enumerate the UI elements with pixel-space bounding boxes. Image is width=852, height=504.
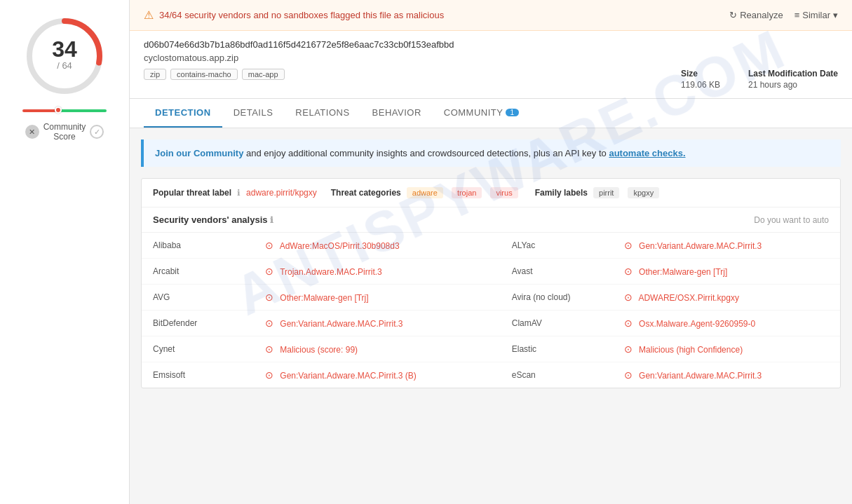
last-mod-label: Last Modification Date [748, 69, 838, 79]
popular-threat-section: Popular threat label ℹ adware.pirrit/kpg… [153, 188, 317, 198]
automate-checks-link[interactable]: automate checks. [609, 148, 685, 158]
detection-escan: ⊙ Gen:Variant.Adware.MAC.Pirrit.3 [613, 362, 840, 388]
detection-name: Gen:Variant.Adware.MAC.Pirrit.3 [280, 319, 403, 329]
join-community-link[interactable]: Join our Community [155, 148, 243, 158]
categories-label: Threat categories [331, 188, 401, 198]
similar-label: Similar [802, 10, 830, 20]
gauge-number: 34 [52, 38, 77, 60]
detection-name: Gen:Variant.Adware.MAC.Pirrit.3 [639, 241, 762, 251]
detection-clamav: ⊙ Osx.Malware.Agent-9260959-0 [613, 311, 840, 336]
table-row: BitDefender ⊙ Gen:Variant.Adware.MAC.Pir… [142, 311, 840, 336]
detection-cynet: ⊙ Malicious (score: 99) [254, 336, 501, 362]
tab-detection[interactable]: DETECTION [144, 99, 222, 128]
community-badge: 1 [506, 109, 518, 116]
tag-mac-app[interactable]: mac-app [242, 69, 285, 80]
detection-icon: ⊙ [624, 318, 633, 329]
detection-name: Gen:Variant.Adware.MAC.Pirrit.3 [639, 371, 762, 381]
detection-icon: ⊙ [624, 266, 633, 277]
detection-name: ADWARE/OSX.Pirrit.kpgxy [638, 293, 739, 303]
detection-icon: ⊙ [265, 369, 273, 381]
score-bar [22, 109, 107, 112]
vote-up-icon[interactable]: ✓ [90, 125, 104, 139]
sidebar: 34 / 64 ✕ CommunityScore ✓ [0, 0, 130, 504]
detection-icon: ⊙ [624, 240, 633, 251]
detection-arcabit: ⊙ Trojan.Adware.MAC.Pirrit.3 [254, 259, 501, 285]
last-mod-meta: Last Modification Date 21 hours ago [748, 69, 838, 90]
vendor-bitdefender: BitDefender [142, 311, 254, 336]
analysis-header: Security vendors' analysis ℹ Do you want… [142, 207, 840, 233]
reanalyze-button[interactable]: ↻ Reanalyze [729, 10, 783, 20]
similar-button[interactable]: ≡ Similar ▾ [794, 10, 838, 20]
family-kpgxy[interactable]: kpgxy [628, 187, 659, 198]
community-join-banner: Join our Community and enjoy additional … [141, 139, 841, 167]
tag-zip[interactable]: zip [144, 69, 166, 80]
main-content: ⚠ 34/64 security vendors and no sandboxe… [130, 0, 852, 504]
score-bar-thumb [55, 107, 62, 114]
detection-name: Gen:Variant.Adware.MAC.Pirrit.3 (B) [280, 371, 417, 381]
similar-icon: ≡ [794, 10, 800, 20]
category-adware[interactable]: adware [407, 187, 443, 198]
table-row: Arcabit ⊙ Trojan.Adware.MAC.Pirrit.3 Ava… [142, 259, 840, 285]
table-row: AVG ⊙ Other:Malware-gen [Trj] Avira (no … [142, 285, 840, 311]
vendor-clamav: ClamAV [501, 311, 613, 336]
vendor-avg: AVG [142, 285, 254, 311]
detection-name: Trojan.Adware.MAC.Pirrit.3 [280, 267, 382, 277]
gauge-text: 34 / 64 [52, 38, 77, 71]
detection-elastic: ⊙ Malicious (high Confidence) [613, 336, 840, 362]
warning-icon: ⚠ [144, 8, 154, 22]
gauge-container: 34 / 64 [22, 14, 107, 98]
file-hash: d06b074e66d3b7b1a86bdf0ad116f5d4216772e5… [144, 39, 838, 50]
file-meta: zip contains-macho mac-app Size 119.06 K… [144, 69, 838, 90]
vendor-avira: Avira (no cloud) [501, 285, 613, 311]
categories-section: Threat categories adware trojan virus [331, 187, 521, 198]
detection-icon: ⊙ [624, 369, 633, 381]
detection-alyac: ⊙ Gen:Variant.Adware.MAC.Pirrit.3 [613, 233, 840, 259]
analysis-card: Popular threat label ℹ adware.pirrit/kpg… [141, 178, 841, 388]
vendor-alibaba: Alibaba [142, 233, 254, 259]
tab-relations[interactable]: RELATIONS [284, 99, 360, 128]
detection-bitdefender: ⊙ Gen:Variant.Adware.MAC.Pirrit.3 [254, 311, 501, 336]
detection-avg: ⊙ Other:Malware-gen [Trj] [254, 285, 501, 311]
detection-icon: ⊙ [265, 343, 273, 355]
alert-left: ⚠ 34/64 security vendors and no sandboxe… [144, 8, 444, 22]
category-trojan[interactable]: trojan [452, 187, 482, 198]
detection-icon: ⊙ [624, 292, 633, 303]
analysis-header-text: Security vendors' analysis ℹ [153, 214, 273, 225]
detection-emsisoft: ⊙ Gen:Variant.Adware.MAC.Pirrit.3 (B) [254, 362, 501, 388]
size-meta: Size 119.06 KB [681, 69, 720, 90]
family-label: Family labels [535, 188, 588, 198]
tag-contains-macho[interactable]: contains-macho [170, 69, 238, 80]
family-pirrit[interactable]: pirrit [593, 187, 619, 198]
gauge-denom: / 64 [57, 60, 72, 71]
community-score-row: ✕ CommunityScore ✓ [25, 122, 104, 142]
detection-icon: ⊙ [265, 240, 273, 251]
tab-behavior[interactable]: BEHAVIOR [361, 99, 433, 128]
popular-threat-info-icon[interactable]: ℹ [237, 188, 241, 198]
category-virus[interactable]: virus [490, 187, 518, 198]
reanalyze-icon: ↻ [729, 10, 737, 20]
detection-name: Other:Malware-gen [Trj] [280, 293, 368, 303]
alert-banner: ⚠ 34/64 security vendors and no sandboxe… [130, 0, 852, 31]
detection-name: AdWare:MacOS/Pirrit.30b908d3 [280, 241, 400, 251]
file-tags: zip contains-macho mac-app [144, 69, 285, 80]
reanalyze-label: Reanalyze [740, 10, 783, 20]
threat-labels-row: Popular threat label ℹ adware.pirrit/kpg… [142, 179, 840, 207]
tab-community[interactable]: COMMUNITY 1 [433, 99, 530, 128]
detection-icon: ⊙ [265, 292, 273, 303]
detection-name: Other:Malware-gen [Trj] [639, 267, 727, 277]
detection-alibaba: ⊙ AdWare:MacOS/Pirrit.30b908d3 [254, 233, 501, 259]
analysis-info-icon[interactable]: ℹ [270, 215, 273, 225]
detection-name: Malicious (score: 99) [280, 345, 358, 355]
tab-details[interactable]: DETAILS [222, 99, 285, 128]
vendor-escan: eScan [501, 362, 613, 388]
vote-down-icon[interactable]: ✕ [25, 125, 39, 139]
vendor-emsisoft: Emsisoft [142, 362, 254, 388]
alert-actions: ↻ Reanalyze ≡ Similar ▾ [729, 10, 838, 20]
chevron-down-icon: ▾ [833, 10, 838, 20]
alert-text: 34/64 security vendors and no sandboxes … [159, 10, 444, 20]
last-mod-value: 21 hours ago [748, 80, 838, 90]
detection-icon: ⊙ [265, 266, 273, 277]
community-score-label: CommunityScore [43, 122, 86, 142]
vendor-arcabit: Arcabit [142, 259, 254, 285]
vendor-cynet: Cynet [142, 336, 254, 362]
